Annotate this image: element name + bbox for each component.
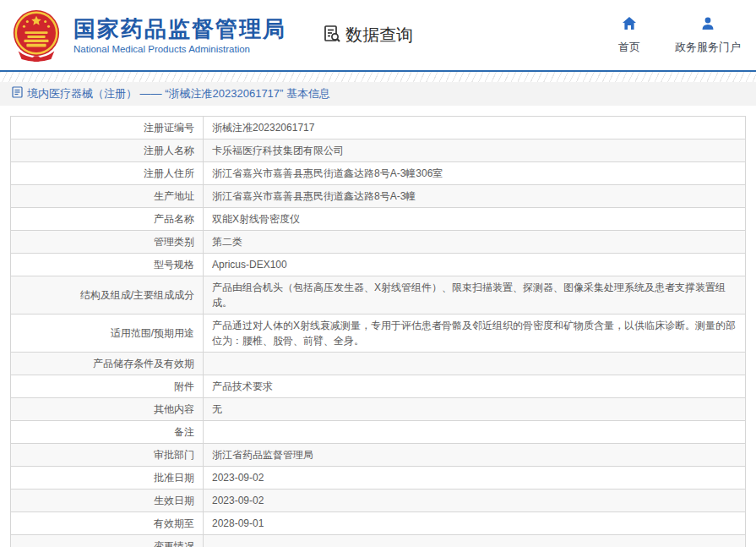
row-label: 批准日期 [11,467,204,490]
document-search-icon [322,24,342,47]
row-label: 注册人住所 [11,162,204,185]
table-row: 生效日期 2023-09-02 [11,490,746,512]
row-value [204,535,746,547]
table-row: 附件 产品技术要求 [11,375,746,398]
row-value: Apricus-DEX100 [204,254,746,276]
data-query-tab[interactable]: 数据查询 [322,24,413,47]
breadcrumb-title: 境内医疗器械（注册） —— “浙械注准20232061717” 基本信息 [27,86,330,101]
table-row: 有效期至 2028-09-01 [11,512,746,535]
hatched-band [0,72,756,82]
row-value: 第二类 [204,231,746,254]
row-label: 附件 [11,375,204,398]
row-label: 结构及组成/主要组成成分 [11,276,204,315]
row-value: 产品技术要求 [204,375,746,398]
table-row: 适用范围/预期用途 产品通过对人体的X射线衰减测量，专用于评估患者骨骼及邻近组织… [11,315,746,353]
row-label: 其他内容 [11,398,204,421]
user-icon [700,16,715,35]
table-row: 注册证编号 浙械注准20232061717 [11,117,746,139]
table-row: 注册人名称 卡乐福医疗科技集团有限公司 [11,139,746,162]
org-subtitle: National Medical Products Administration [73,44,286,54]
nav-home-label: 首页 [618,40,640,55]
file-icon [12,86,23,101]
table-row: 结构及组成/主要组成成分 产品由组合机头（包括高压发生器、X射线管组件）、限束扫… [11,276,746,315]
home-icon [622,16,637,35]
row-value: 2023-09-02 [204,490,746,512]
row-label: 生效日期 [11,490,204,512]
row-label: 审批部门 [11,444,204,467]
registration-info-table: 注册证编号 浙械注准20232061717 注册人名称 卡乐福医疗科技集团有限公… [10,116,746,547]
table-row: 注册人住所 浙江省嘉兴市嘉善县惠民街道鑫达路8号A-3幢306室 [11,162,746,185]
national-emblem-logo [10,8,63,63]
row-label: 注册人名称 [11,139,204,162]
table-row: 生产地址 浙江省嘉兴市嘉善县惠民街道鑫达路8号A-3幢 [11,185,746,208]
row-value: 浙江省药品监督管理局 [204,444,746,467]
table-row: 其他内容 无 [11,398,746,421]
nav-portal[interactable]: 政务服务门户 [675,16,741,55]
row-label: 有效期至 [11,512,204,535]
table-row: 产品储存条件及有效期 [11,353,746,375]
row-label: 型号规格 [11,254,204,276]
data-query-label: 数据查询 [345,24,413,46]
table-row: 批准日期 2023-09-02 [11,467,746,490]
row-value: 2028-09-01 [204,512,746,535]
row-label: 变更情况 [11,535,204,547]
row-value: 浙械注准20232061717 [204,117,746,139]
table-row: 管理类别 第二类 [11,231,746,254]
row-value: 无 [204,398,746,421]
table-row: 审批部门 浙江省药品监督管理局 [11,444,746,467]
row-label: 生产地址 [11,185,204,208]
row-label: 适用范围/预期用途 [11,315,204,353]
row-label: 注册证编号 [11,117,204,139]
breadcrumb: 境内医疗器械（注册） —— “浙械注准20232061717” 基本信息 [0,82,756,106]
table-row: 备注 [11,421,746,444]
row-value: 2023-09-02 [204,467,746,490]
row-value: 浙江省嘉兴市嘉善县惠民街道鑫达路8号A-3幢 [204,185,746,208]
row-value [204,421,746,444]
page-header: 国家药品监督管理局 National Medical Products Admi… [0,0,756,70]
nav-portal-label: 政务服务门户 [675,40,741,55]
row-value: 产品由组合机头（包括高压发生器、X射线管组件）、限束扫描装置、探测器、图像采集处… [204,276,746,315]
nav-home[interactable]: 首页 [614,16,645,55]
org-title: 国家药品监督管理局 [73,16,286,41]
row-label: 产品储存条件及有效期 [11,353,204,375]
table-row: 产品名称 双能X射线骨密度仪 [11,208,746,231]
row-label: 管理类别 [11,231,204,254]
row-label: 备注 [11,421,204,444]
row-value: 卡乐福医疗科技集团有限公司 [204,139,746,162]
org-title-block: 国家药品监督管理局 National Medical Products Admi… [73,16,286,54]
row-value: 双能X射线骨密度仪 [204,208,746,231]
table-row: 型号规格 Apricus-DEX100 [11,254,746,276]
header-nav: 首页 政务服务门户 [614,16,741,55]
row-label: 产品名称 [11,208,204,231]
row-value: 产品通过对人体的X射线衰减测量，专用于评估患者骨骼及邻近组织的骨密度和矿物质含量… [204,315,746,353]
row-value [204,353,746,375]
table-row: 变更情况 [11,535,746,547]
row-value: 浙江省嘉兴市嘉善县惠民街道鑫达路8号A-3幢306室 [204,162,746,185]
